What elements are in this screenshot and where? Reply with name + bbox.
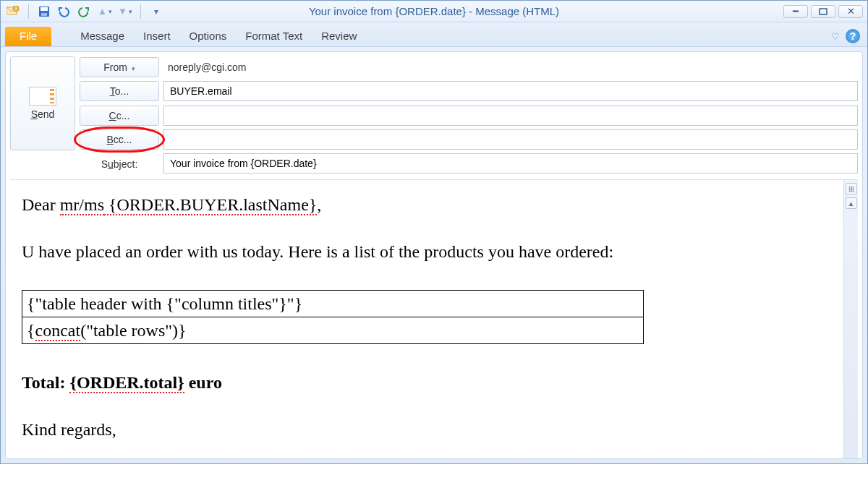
bcc-button[interactable]: Bcc... bbox=[80, 129, 159, 150]
undo-icon[interactable] bbox=[56, 4, 72, 20]
from-button[interactable]: From ▾ bbox=[80, 57, 159, 77]
redo-icon[interactable] bbox=[77, 4, 93, 20]
maximize-icon bbox=[819, 8, 827, 15]
close-button[interactable]: ✕ bbox=[838, 5, 863, 18]
tab-insert[interactable]: Insert bbox=[143, 30, 171, 46]
help-icon[interactable]: ? bbox=[846, 29, 860, 43]
tab-format-text[interactable]: Format Text bbox=[245, 30, 302, 46]
to-button[interactable]: To... bbox=[80, 81, 159, 101]
placeholder-table: {"table header with {"column titles"}"} … bbox=[22, 290, 644, 345]
body-signoff: Kind regards, bbox=[22, 418, 832, 441]
tab-message[interactable]: Message bbox=[80, 30, 124, 46]
message-body[interactable]: Dear mr/ms {ORDER.BUYER.lastName}, U hav… bbox=[10, 180, 843, 458]
to-label: To... bbox=[110, 85, 129, 97]
compose-area: Send From ▾ noreply@cgi.com To... Cc... bbox=[5, 51, 863, 459]
send-button[interactable]: Send bbox=[10, 56, 75, 150]
tab-options[interactable]: Options bbox=[190, 30, 227, 46]
tab-review[interactable]: Review bbox=[321, 30, 357, 46]
quick-access-toolbar: ▲▾ ▼▾ ▾ bbox=[5, 4, 164, 20]
svg-rect-4 bbox=[41, 13, 47, 16]
send-label: Send bbox=[31, 108, 55, 120]
customize-qat-icon[interactable]: ▾ bbox=[148, 4, 164, 20]
zoom-icon[interactable]: ⊞ bbox=[846, 183, 857, 194]
ribbon-right: ♡ ? bbox=[831, 29, 860, 43]
cc-input[interactable] bbox=[163, 106, 858, 126]
subject-input[interactable] bbox=[163, 153, 858, 174]
message-body-wrap: Dear mr/ms {ORDER.BUYER.lastName}, U hav… bbox=[10, 179, 858, 458]
bcc-button-wrap: Bcc... bbox=[80, 129, 159, 150]
body-greeting: Dear mr/ms {ORDER.BUYER.lastName}, bbox=[22, 193, 832, 216]
minimize-button[interactable]: ━ bbox=[783, 5, 808, 18]
bcc-field[interactable] bbox=[169, 133, 853, 146]
maximize-button[interactable] bbox=[811, 5, 835, 18]
to-input[interactable] bbox=[163, 81, 858, 101]
body-total: Total: {ORDER.total} euro bbox=[22, 371, 832, 394]
ribbon-tabs: File Message Insert Options Format Text … bbox=[1, 22, 867, 47]
ribbon-minimize-icon[interactable]: ♡ bbox=[831, 31, 840, 42]
body-side-rail: ⊞ ▲ bbox=[843, 180, 858, 458]
body-line2: U have placed an order with us today. He… bbox=[22, 240, 832, 263]
prev-item-icon[interactable]: ▲▾ bbox=[97, 4, 113, 20]
table-row: {concat("table rows")} bbox=[22, 317, 644, 343]
svg-rect-5 bbox=[820, 9, 827, 14]
next-item-icon[interactable]: ▼▾ bbox=[117, 4, 133, 20]
cc-label: Cc... bbox=[109, 110, 130, 121]
svg-point-1 bbox=[13, 6, 19, 12]
save-icon[interactable] bbox=[36, 4, 52, 20]
envelope-icon bbox=[29, 87, 56, 106]
to-field[interactable] bbox=[169, 85, 853, 98]
scroll-up-icon[interactable]: ▲ bbox=[846, 197, 857, 209]
separator bbox=[140, 4, 141, 19]
bcc-label: Bcc... bbox=[106, 134, 132, 145]
title-bar: ▲▾ ▼▾ ▾ Your invoice from {ORDER.date} -… bbox=[1, 1, 867, 22]
cc-button[interactable]: Cc... bbox=[80, 106, 159, 126]
message-header: Send From ▾ noreply@cgi.com To... Cc... bbox=[10, 56, 858, 174]
window-controls: ━ ✕ bbox=[783, 5, 863, 18]
bcc-input[interactable] bbox=[163, 129, 858, 150]
file-tab[interactable]: File bbox=[5, 27, 51, 46]
subject-field[interactable] bbox=[169, 157, 853, 170]
svg-rect-3 bbox=[41, 7, 48, 11]
outlook-icon[interactable] bbox=[5, 4, 21, 20]
message-window: ▲▾ ▼▾ ▾ Your invoice from {ORDER.date} -… bbox=[0, 0, 868, 464]
separator bbox=[28, 4, 29, 19]
from-label: From ▾ bbox=[103, 61, 135, 73]
table-row: {"table header with {"column titles"}"} bbox=[22, 290, 644, 317]
from-value: noreply@cgi.com bbox=[163, 57, 858, 77]
cc-field[interactable] bbox=[169, 109, 853, 122]
subject-label: Subject: bbox=[80, 157, 159, 170]
